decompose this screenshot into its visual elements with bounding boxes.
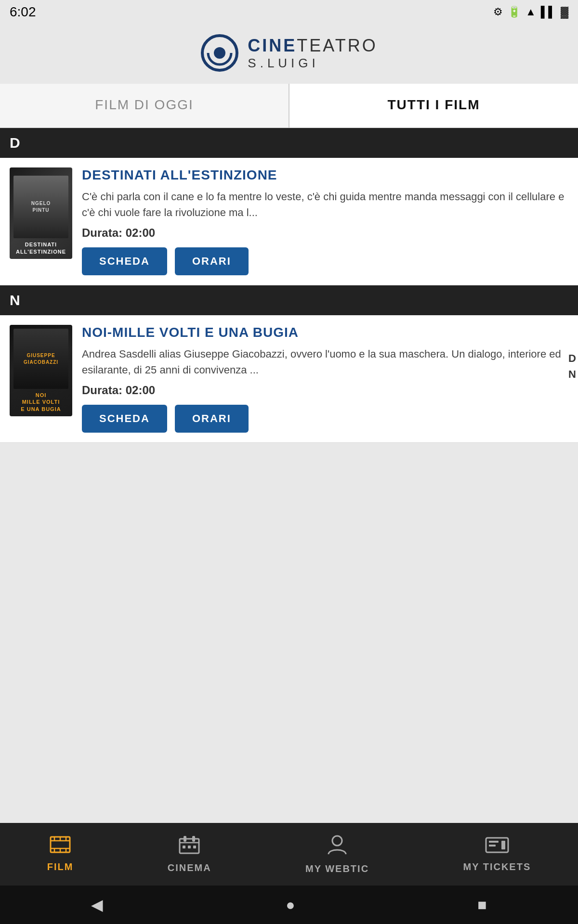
back-button[interactable]: ◀	[91, 896, 103, 914]
section-header-n: N	[0, 285, 578, 315]
movie-desc-noi: Andrea Sasdelli alias Giuseppe Giacobazz…	[82, 346, 568, 378]
alphabet-sidebar[interactable]: D N	[568, 351, 576, 382]
battery-icon: ▓	[561, 6, 568, 18]
nav-item-film[interactable]: FILM	[47, 836, 74, 873]
movie-info-destinati: DESTINATI ALL'ESTINZIONE C'è chi parla c…	[82, 167, 568, 275]
scheda-button-noi[interactable]: SCHEDA	[82, 405, 167, 433]
nav-label-mytickets: MY TICKETS	[463, 861, 531, 873]
movie-card-destinati: NGELOPINTU DESTINATIALL'ESTINZIONE DESTI…	[0, 158, 578, 285]
nav-item-mytickets[interactable]: MY TICKETS	[463, 836, 531, 873]
section-header-d: D	[0, 128, 578, 158]
movie-poster-destinati: NGELOPINTU DESTINATIALL'ESTINZIONE	[10, 167, 72, 259]
orari-button-destinati[interactable]: ORARI	[175, 247, 249, 275]
nav-label-film: FILM	[47, 861, 74, 873]
orari-button-noi[interactable]: ORARI	[175, 405, 249, 433]
movie-desc-destinati: C'è chi parla con il cane e lo fa mentre…	[82, 189, 568, 220]
app-header: CINETEATRO S.LUIGI	[0, 24, 578, 84]
recent-button[interactable]: ■	[477, 896, 486, 914]
nav-item-mywebtic[interactable]: MY WEBTIC	[305, 834, 369, 874]
logo-subtext: S.LUIGI	[248, 56, 377, 71]
mytickets-icon	[485, 836, 509, 858]
movie-card-noi: GIUSEPPEGIACOBAZZI NOIMILLE VOLTIE UNA B…	[0, 315, 578, 443]
status-bar: 6:02 ⚙ 🔋 ▲ ▌▌ ▓	[0, 0, 578, 24]
movie-duration-destinati: Durata: 02:00	[82, 226, 568, 240]
battery-saver-icon: 🔋	[508, 6, 521, 18]
tab-bar: FILM DI OGGI TUTTI I FILM	[0, 84, 578, 128]
poster-text-destinati: DESTINATIALL'ESTINZIONE	[16, 241, 66, 255]
settings-icon: ⚙	[493, 6, 503, 18]
logo-text-block: CINETEATRO S.LUIGI	[248, 36, 377, 71]
logo-cine: CINE	[248, 36, 297, 55]
tab-film-di-oggi[interactable]: FILM DI OGGI	[0, 84, 289, 128]
svg-rect-15	[192, 836, 195, 842]
home-button[interactable]: ●	[286, 896, 295, 914]
alpha-n[interactable]: N	[568, 367, 576, 382]
status-time: 6:02	[10, 4, 36, 20]
movie-buttons-noi: SCHEDA ORARI	[82, 405, 568, 433]
movie-title-destinati: DESTINATI ALL'ESTINZIONE	[82, 167, 568, 183]
nav-item-cinema[interactable]: CINEMA	[168, 835, 211, 873]
logo-teatro: TEATRO	[297, 36, 377, 55]
mywebtic-icon	[328, 834, 347, 860]
svg-rect-18	[193, 846, 196, 848]
movie-duration-noi: Durata: 02:00	[82, 384, 568, 397]
svg-point-19	[332, 836, 342, 846]
svg-rect-17	[188, 846, 191, 848]
movie-buttons-destinati: SCHEDA ORARI	[82, 247, 568, 275]
movie-info-noi: NOI-MILLE VOLTI E UNA BUGIA Andrea Sasde…	[82, 325, 568, 433]
tab-tutti-i-film[interactable]: TUTTI I FILM	[289, 84, 578, 128]
signal-icon: ▌▌	[541, 6, 556, 18]
svg-point-2	[214, 47, 225, 59]
svg-rect-23	[501, 841, 505, 849]
scheda-button-destinati[interactable]: SCHEDA	[82, 247, 167, 275]
svg-rect-14	[184, 836, 186, 842]
svg-rect-21	[489, 841, 499, 843]
nav-label-mywebtic: MY WEBTIC	[305, 863, 369, 874]
movie-title-noi: NOI-MILLE VOLTI E UNA BUGIA	[82, 325, 568, 340]
nav-label-cinema: CINEMA	[168, 862, 211, 873]
status-icons: ⚙ 🔋 ▲ ▌▌ ▓	[493, 6, 568, 18]
wifi-icon: ▲	[525, 6, 536, 18]
cinema-icon	[179, 835, 200, 859]
alpha-d[interactable]: D	[568, 351, 576, 366]
system-bar: ◀ ● ■	[0, 886, 578, 924]
poster-text-noi: NOIMILLE VOLTIE UNA BUGIA	[21, 392, 61, 412]
svg-rect-22	[489, 845, 496, 847]
logo: CINETEATRO S.LUIGI	[200, 34, 377, 72]
bottom-nav: FILM CINEMA MY WEBTIC	[0, 823, 578, 886]
svg-rect-16	[183, 846, 185, 848]
main-content: D NGELOPINTU DESTINATIALL'ESTINZIONE DES…	[0, 128, 578, 443]
film-icon	[50, 836, 71, 858]
logo-icon	[200, 34, 239, 72]
movie-poster-noi: GIUSEPPEGIACOBAZZI NOIMILLE VOLTIE UNA B…	[10, 325, 72, 416]
